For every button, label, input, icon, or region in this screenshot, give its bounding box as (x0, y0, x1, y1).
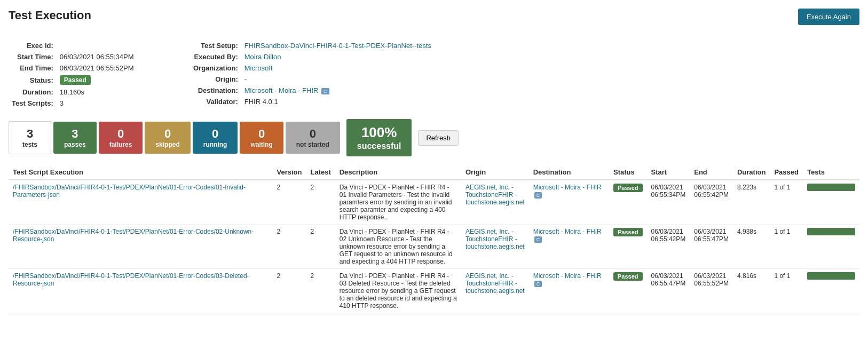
origin-link[interactable]: AEGIS.net, Inc. -TouchstoneFHIR -touchst… (465, 184, 525, 206)
start-cell: 06/03/202106:55:47PM (647, 269, 690, 313)
passed-cell: 1 of 1 (770, 225, 803, 269)
stat-not-started: 0 not started (286, 122, 340, 154)
col-tests: Tests (803, 165, 859, 180)
test-setup-label: Test Setup: (191, 41, 241, 51)
status-label: Status: (10, 74, 57, 86)
col-latest: Latest (306, 165, 335, 180)
exec-id-value (58, 41, 136, 51)
duration-label: Duration: (10, 87, 57, 97)
start-time-value: 06/03/2021 06:55:34PM (58, 52, 136, 62)
script-link[interactable]: /FHIRSandbox/DaVinci/FHIR4-0-1-Test/PDEX… (13, 272, 249, 287)
organization-link[interactable]: Microsoft (244, 64, 273, 72)
start-cell: 06/03/202106:55:34PM (647, 180, 690, 225)
destination-link[interactable]: Microsoft - Moira - FHIR (244, 86, 319, 94)
end-time-value: 06/03/2021 06:55:52PM (58, 63, 136, 73)
destination-cell: Microsoft - Moira - FHIRC (529, 225, 609, 269)
version-cell: 2 (272, 225, 306, 269)
status-cell: Passed (609, 180, 647, 225)
results-table: Test Script Execution Version Latest Des… (9, 165, 859, 313)
description-cell: Da Vinci - PDEX - PlanNet - FHIR R4 - 01… (335, 180, 461, 225)
col-destination: Destination (529, 165, 609, 180)
col-description: Description (335, 165, 461, 180)
dest-c-badge: C (534, 236, 542, 243)
passed-cell: 1 of 1 (770, 269, 803, 313)
progress-bar-fill (807, 184, 855, 191)
refresh-button[interactable]: Refresh (418, 130, 459, 146)
stat-tests: 3 tests (9, 121, 51, 154)
passed-badge: Passed (613, 228, 643, 236)
description-cell: Da Vinci - PDEX - PlanNet - FHIR R4 - 03… (335, 269, 461, 313)
col-script: Test Script Execution (9, 165, 272, 180)
progress-bar-container (807, 184, 855, 191)
passed-cell: 1 of 1 (770, 180, 803, 225)
end-cell: 06/03/202106:55:47PM (690, 225, 733, 269)
destination-link[interactable]: Microsoft - Moira - FHIR (533, 228, 602, 235)
col-end: End (690, 165, 733, 180)
stat-passes: 3 passes (53, 122, 97, 154)
version-cell: 2 (272, 269, 306, 313)
origin-link[interactable]: AEGIS.net, Inc. -TouchstoneFHIR -touchst… (465, 272, 525, 295)
script-link[interactable]: /FHIRSandbox/DaVinci/FHIR4-0-1-Test/PDEX… (13, 184, 246, 199)
organization-label: Organization: (191, 63, 241, 73)
version-cell: 2 (272, 180, 306, 225)
origin-label: Origin: (191, 74, 241, 84)
script-cell: /FHIRSandbox/DaVinci/FHIR4-0-1-Test/PDEX… (9, 180, 272, 225)
destination-c-badge: C (321, 88, 329, 94)
origin-value: - (242, 74, 433, 84)
start-cell: 06/03/202106:55:42PM (647, 225, 690, 269)
col-passed: Passed (770, 165, 803, 180)
test-scripts-label: Test Scripts: (10, 98, 57, 108)
execute-again-button[interactable]: Execute Again (798, 9, 859, 25)
status-badge: Passed (60, 75, 91, 85)
progress-bar-container (807, 228, 855, 235)
meta-right: Test Setup: FHIRSandbox-DaVinci-FHIR4-0-… (190, 39, 435, 109)
success-box: 100% successful (346, 119, 412, 156)
executed-by-link[interactable]: Moira Dillon (244, 53, 281, 61)
destination-link[interactable]: Microsoft - Moira - FHIR (533, 272, 602, 280)
table-row: /FHIRSandbox/DaVinci/FHIR4-0-1-Test/PDEX… (9, 180, 859, 225)
duration-value: 18.160s (58, 87, 136, 97)
script-cell: /FHIRSandbox/DaVinci/FHIR4-0-1-Test/PDEX… (9, 269, 272, 313)
progress-bar-fill (807, 272, 855, 280)
origin-cell: AEGIS.net, Inc. -TouchstoneFHIR -touchst… (461, 269, 529, 313)
table-row: /FHIRSandbox/DaVinci/FHIR4-0-1-Test/PDEX… (9, 269, 859, 313)
col-status: Status (609, 165, 647, 180)
script-link[interactable]: /FHIRSandbox/DaVinci/FHIR4-0-1-Test/PDEX… (13, 228, 254, 243)
origin-link[interactable]: AEGIS.net, Inc. -TouchstoneFHIR -touchst… (465, 228, 525, 250)
latest-cell: 2 (306, 225, 335, 269)
stats-row: 3 tests 3 passes 0 failures 0 skipped 0 … (9, 119, 859, 156)
stat-waiting: 0 waiting (240, 122, 283, 154)
test-setup-link[interactable]: FHIRSandbox-DaVinci-FHIR4-0-1-Test-PDEX-… (244, 42, 431, 50)
stat-failures: 0 failures (99, 122, 143, 154)
progress-bar-container (807, 272, 855, 280)
destination-label: Destination: (191, 85, 241, 96)
duration-cell: 4.938s (733, 225, 770, 269)
tests-progress-cell (803, 180, 859, 225)
tests-progress-cell (803, 225, 859, 269)
origin-cell: AEGIS.net, Inc. -TouchstoneFHIR -touchst… (461, 225, 529, 269)
destination-cell: Microsoft - Moira - FHIRC (529, 269, 609, 313)
table-row: /FHIRSandbox/DaVinci/FHIR4-0-1-Test/PDEX… (9, 225, 859, 269)
exec-id-label: Exec Id: (10, 41, 57, 51)
end-cell: 06/03/202106:55:42PM (690, 180, 733, 225)
duration-cell: 4.816s (733, 269, 770, 313)
col-version: Version (272, 165, 306, 180)
col-start: Start (647, 165, 690, 180)
progress-bar-fill (807, 228, 855, 235)
status-cell: Passed (609, 225, 647, 269)
start-time-label: Start Time: (10, 52, 57, 62)
dest-c-badge: C (534, 192, 542, 199)
validator-value: FHIR 4.0.1 (242, 97, 433, 107)
dest-c-badge: C (534, 281, 542, 287)
validator-label: Validator: (191, 97, 241, 107)
origin-cell: AEGIS.net, Inc. -TouchstoneFHIR -touchst… (461, 180, 529, 225)
latest-cell: 2 (306, 269, 335, 313)
end-cell: 06/03/202106:55:52PM (690, 269, 733, 313)
passed-badge: Passed (613, 184, 643, 192)
latest-cell: 2 (306, 180, 335, 225)
description-cell: Da Vinci - PDEX - PlanNet - FHIR R4 - 02… (335, 225, 461, 269)
col-duration: Duration (733, 165, 770, 180)
col-origin: Origin (461, 165, 529, 180)
destination-link[interactable]: Microsoft - Moira - FHIR (533, 184, 602, 191)
end-time-label: End Time: (10, 63, 57, 73)
